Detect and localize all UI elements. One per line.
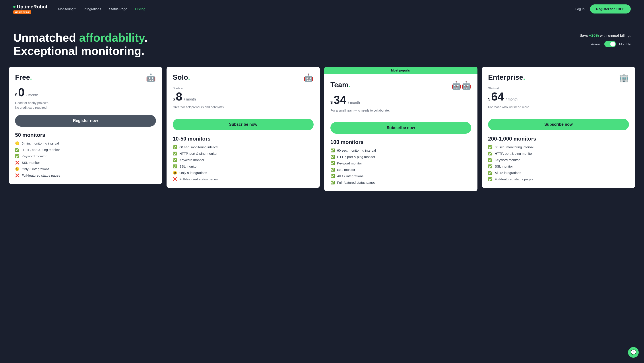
plan-name-free: Free. <box>15 73 32 81</box>
hero-line1: Unmatched affordability. <box>13 31 148 44</box>
feature-icon: ✅ <box>488 151 492 156</box>
feature-item: ❌ Full-featured status pages <box>15 173 156 178</box>
feature-text: Keyword monitor <box>22 154 47 158</box>
billing-toggle-area: Save ~20% with annual billing. Annual Mo… <box>580 33 631 47</box>
monitors-count-enterprise: 200-1,000 monitors <box>488 136 629 142</box>
nav-right: Log In Register for FREE <box>575 4 631 13</box>
feature-icon: ✅ <box>488 158 492 162</box>
feature-item: 😐 Only 9 integrations <box>173 171 314 175</box>
feature-icon: 😐 <box>173 171 177 175</box>
billing-toggle[interactable] <box>604 41 616 47</box>
nav-pricing[interactable]: Pricing <box>135 7 145 11</box>
feature-item: ❌ Full-featured status pages <box>173 177 314 181</box>
feature-item: ✅ Keyword monitor <box>330 161 471 165</box>
plan-btn-enterprise[interactable]: Subscribe now <box>488 119 629 130</box>
hero-line2: Exceptional monitoring. <box>13 44 144 57</box>
feature-item: ✅ SSL monitor <box>488 164 629 168</box>
features-list-team: ✅ 60 sec. monitoring interval ✅ HTTP, po… <box>330 148 471 185</box>
price-row-team: $34/ month <box>330 94 471 106</box>
hero-title-area: Unmatched affordability. Exceptional mon… <box>13 31 148 58</box>
feature-icon: ✅ <box>173 164 177 168</box>
plan-card-enterprise: Enterprise.🏢Starts at$64/ monthFor those… <box>482 67 635 188</box>
plan-robot-icon-free: 🤖 <box>146 73 156 82</box>
price-amount-team: 34 <box>334 94 346 106</box>
plan-card-wrapper-free: Free.🤖$0/ monthGood for hobby projects.N… <box>9 67 162 184</box>
feature-item: ✅ Keyword monitor <box>173 158 314 162</box>
features-list-solo: ✅ 60 sec. monitoring interval ✅ HTTP, po… <box>173 145 314 181</box>
plan-header-solo: Solo.🤖 <box>173 73 314 82</box>
feature-text: Full-featured status pages <box>180 177 218 181</box>
feature-text: Only 9 integrations <box>180 171 207 175</box>
feature-icon: ✅ <box>15 154 20 158</box>
plan-card-wrapper-team: Most popularTeam.🤖🤖$34/ monthFor a small… <box>324 67 478 191</box>
price-period-free: / month <box>26 93 38 97</box>
toggle-thumb <box>610 42 615 46</box>
price-dollar-enterprise: $ <box>488 97 490 102</box>
price-dollar-team: $ <box>330 100 333 105</box>
feature-text: Keyword monitor <box>180 158 204 162</box>
feature-icon: ❌ <box>173 177 177 181</box>
plan-btn-team[interactable]: Subscribe now <box>330 122 471 134</box>
price-row-solo: $8/ month <box>173 91 314 102</box>
navbar: UptimeRobot We are hiring! Monitoring ▾ … <box>0 0 644 18</box>
feature-text: HTTP, port & ping monitor <box>22 148 60 152</box>
plan-desc-enterprise: For those who just need more. <box>488 105 629 114</box>
feature-text: HTTP, port & ping monitor <box>495 152 533 155</box>
login-link[interactable]: Log In <box>575 7 585 11</box>
nav-monitoring[interactable]: Monitoring ▾ <box>58 7 76 11</box>
feature-item: ✅ HTTP, port & ping monitor <box>330 155 471 159</box>
price-row-enterprise: $64/ month <box>488 91 629 102</box>
feature-icon: ✅ <box>173 145 177 149</box>
register-free-button[interactable]: Register for FREE <box>590 4 631 13</box>
chat-bubble[interactable]: 💬 <box>628 347 639 358</box>
toggle-row: Annual Monthly <box>580 41 631 47</box>
feature-item: ✅ Full-featured status pages <box>488 177 629 181</box>
nav-links: Monitoring ▾ Integrations Status Page Pr… <box>58 7 575 11</box>
plan-name-solo: Solo. <box>173 73 190 81</box>
feature-item: ✅ Keyword monitor <box>488 158 629 162</box>
feature-icon: ✅ <box>15 148 20 152</box>
plan-card-solo: Solo.🤖Starts at$8/ monthGreat for solopr… <box>166 67 320 188</box>
feature-icon: ✅ <box>173 158 177 162</box>
feature-icon: ✅ <box>330 180 335 185</box>
logo[interactable]: UptimeRobot <box>13 4 48 10</box>
plan-card-team: Team.🤖🤖$34/ monthFor a small team who ne… <box>324 74 478 191</box>
hero-section: Unmatched affordability. Exceptional mon… <box>0 18 644 67</box>
feature-text: Full-featured status pages <box>337 181 375 184</box>
feature-text: 30 sec. monitoring interval <box>495 145 534 149</box>
plan-btn-free[interactable]: Register now <box>15 115 156 127</box>
feature-item: ✅ SSL monitor <box>173 164 314 168</box>
feature-item: ✅ 60 sec. monitoring interval <box>173 145 314 149</box>
price-amount-solo: 8 <box>176 91 182 102</box>
plan-robot-icon-team: 🤖🤖 <box>451 81 471 90</box>
plan-btn-solo[interactable]: Subscribe now <box>173 119 314 130</box>
price-amount-enterprise: 64 <box>491 91 504 102</box>
feature-icon: ❌ <box>15 173 20 178</box>
nav-status-page[interactable]: Status Page <box>109 7 127 11</box>
features-list-enterprise: ✅ 30 sec. monitoring interval ✅ HTTP, po… <box>488 145 629 181</box>
price-row-free: $0/ month <box>15 86 156 98</box>
feature-text: HTTP, port & ping monitor <box>337 155 375 159</box>
feature-item: ✅ All 12 integrations <box>488 171 629 175</box>
logo-text: UptimeRobot <box>17 4 48 10</box>
feature-item: ✅ 30 sec. monitoring interval <box>488 145 629 149</box>
plan-desc-solo: Great for solopreneurs and hobbyists. <box>173 105 314 114</box>
feature-icon: ✅ <box>330 148 335 152</box>
feature-text: SSL monitor <box>337 168 355 172</box>
plan-name-enterprise: Enterprise. <box>488 73 525 81</box>
plan-name-team: Team. <box>330 81 350 89</box>
feature-icon: ✅ <box>488 177 492 181</box>
feature-text: 60 sec. monitoring interval <box>337 148 376 152</box>
plan-robot-icon-solo: 🤖 <box>304 73 314 82</box>
feature-icon: ✅ <box>330 161 335 165</box>
price-period-enterprise: / month <box>506 97 518 101</box>
logo-dot-icon <box>13 6 16 8</box>
price-dollar-solo: $ <box>173 97 175 102</box>
feature-item: ✅ Keyword monitor <box>15 154 156 158</box>
pricing-section: Free.🤖$0/ monthGood for hobby projects.N… <box>0 67 644 205</box>
billing-save-text: Save ~20% with annual billing. <box>580 33 631 38</box>
feature-text: Full-featured status pages <box>495 177 533 181</box>
feature-text: SSL monitor <box>22 161 40 164</box>
nav-integrations[interactable]: Integrations <box>84 7 101 11</box>
plan-card-free: Free.🤖$0/ monthGood for hobby projects.N… <box>9 67 162 184</box>
